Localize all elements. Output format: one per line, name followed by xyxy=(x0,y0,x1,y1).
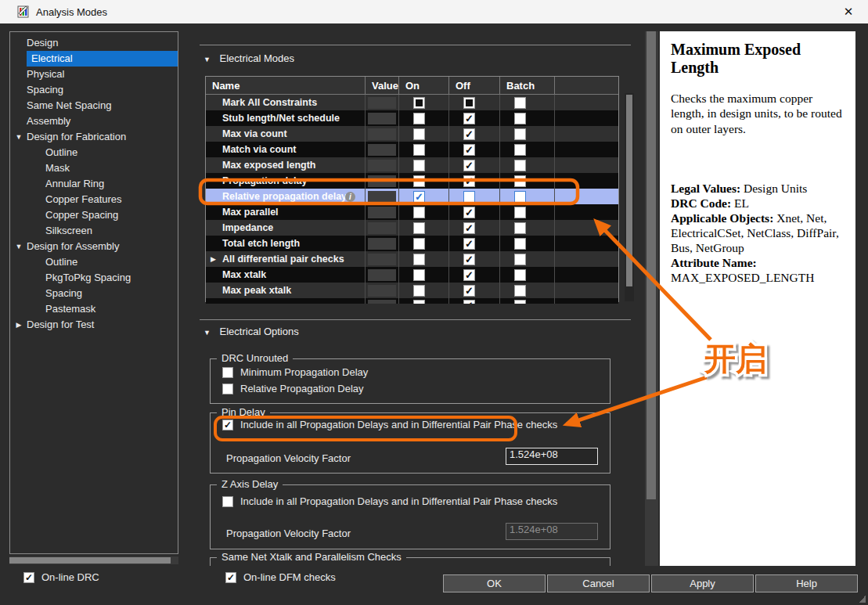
off-checkbox[interactable] xyxy=(463,207,475,218)
off-checkbox[interactable] xyxy=(463,144,475,156)
batch-checkbox[interactable] xyxy=(514,238,526,250)
apply-button[interactable]: Apply xyxy=(651,574,754,592)
checkbox[interactable] xyxy=(222,420,233,430)
on-checkbox[interactable] xyxy=(413,144,425,156)
collapse-icon[interactable]: ▼ xyxy=(203,329,211,337)
sidebar-item-assembly[interactable]: Assembly xyxy=(10,113,178,129)
on-checkbox[interactable] xyxy=(413,269,425,281)
scrollbar-thumb[interactable] xyxy=(626,95,632,286)
on-checkbox[interactable] xyxy=(413,160,425,171)
off-checkbox[interactable] xyxy=(463,175,475,187)
collapse-icon[interactable]: ▼ xyxy=(203,56,211,63)
off-checkbox[interactable] xyxy=(463,300,475,304)
on-checkbox[interactable] xyxy=(413,113,425,124)
batch-checkbox[interactable] xyxy=(514,222,526,234)
sidebar-item-annular-ring[interactable]: Annular Ring xyxy=(10,176,178,192)
sidebar-item-spacing[interactable]: Spacing xyxy=(10,82,178,98)
sidebar-item-design[interactable]: Design xyxy=(10,35,178,51)
table-row[interactable]: Stub length/Net schedule xyxy=(206,110,618,126)
batch-checkbox[interactable] xyxy=(514,97,526,109)
batch-checkbox[interactable] xyxy=(514,207,526,218)
table-row[interactable]: Max parallel xyxy=(206,204,618,220)
checkbox[interactable] xyxy=(222,496,233,507)
expand-icon[interactable]: ▼ xyxy=(13,129,24,145)
sidebar-item-pastemask[interactable]: Pastemask xyxy=(10,301,178,317)
scrollbar-thumb[interactable] xyxy=(9,557,171,564)
on-checkbox[interactable] xyxy=(413,222,425,234)
on-checkbox[interactable] xyxy=(413,97,425,109)
off-checkbox[interactable] xyxy=(463,269,475,281)
off-checkbox[interactable] xyxy=(463,160,475,171)
batch-checkbox[interactable] xyxy=(514,254,526,265)
sidebar-item-pkgtopkg-spacing[interactable]: PkgToPkg Spacing xyxy=(10,270,178,286)
table-row[interactable]: Max peak xtalk xyxy=(206,283,618,298)
table-row[interactable] xyxy=(206,298,618,304)
ok-button[interactable]: OK xyxy=(443,574,546,592)
sidebar-item-mask[interactable]: Mask xyxy=(10,160,178,176)
checkbox[interactable] xyxy=(23,572,34,583)
sidebar-item-electrical[interactable]: Electrical xyxy=(10,51,178,67)
collapse-icon[interactable]: ▶ xyxy=(13,317,24,333)
batch-checkbox[interactable] xyxy=(514,144,526,156)
off-checkbox[interactable] xyxy=(463,238,475,250)
on-checkbox[interactable] xyxy=(413,191,425,203)
sidebar-item-same-net-spacing[interactable]: Same Net Spacing xyxy=(10,98,178,113)
on-checkbox[interactable] xyxy=(413,300,425,304)
sidebar-item-copper-spacing[interactable]: Copper Spacing xyxy=(10,207,178,223)
cancel-button[interactable]: Cancel xyxy=(547,574,650,592)
batch-checkbox[interactable] xyxy=(514,175,526,187)
electrical-options-header[interactable]: ▼ Electrical Options xyxy=(203,325,299,339)
batch-checkbox[interactable] xyxy=(514,113,526,124)
on-checkbox[interactable] xyxy=(413,128,425,140)
pin-delay-velocity-input[interactable]: 1.524e+08 xyxy=(506,448,598,465)
help-button[interactable]: Help xyxy=(755,574,858,592)
info-icon[interactable]: i xyxy=(345,192,355,202)
sidebar-item-design-for-assembly[interactable]: ▼Design for Assembly xyxy=(10,239,178,254)
batch-checkbox[interactable] xyxy=(514,300,526,304)
table-row[interactable]: Impedance xyxy=(206,220,618,236)
table-row-relative-propagation-delay[interactable]: Relative propagation delay i xyxy=(206,189,618,204)
on-checkbox[interactable] xyxy=(413,238,425,250)
batch-checkbox[interactable] xyxy=(514,285,526,297)
sidebar-item-asm-outline[interactable]: Outline xyxy=(10,254,178,270)
z-axis-include-option[interactable]: Include in all Propagation Delays and in… xyxy=(222,495,557,507)
batch-checkbox[interactable] xyxy=(514,128,526,140)
on-checkbox[interactable] xyxy=(413,254,425,265)
sidebar-item-design-for-fabrication[interactable]: ▼Design for Fabrication xyxy=(10,129,178,145)
scrollbar-thumb[interactable] xyxy=(646,31,656,499)
sidebar-item-fab-outline[interactable]: Outline xyxy=(10,145,178,160)
off-checkbox[interactable] xyxy=(463,113,475,124)
off-checkbox[interactable] xyxy=(463,222,475,234)
electrical-modes-header[interactable]: ▼ Electrical Modes xyxy=(203,52,294,66)
on-checkbox[interactable] xyxy=(413,175,425,187)
batch-checkbox[interactable] xyxy=(514,160,526,171)
resize-grip[interactable] xyxy=(859,596,866,603)
checkbox[interactable] xyxy=(222,367,233,378)
off-checkbox[interactable] xyxy=(463,97,475,109)
off-checkbox[interactable] xyxy=(463,285,475,297)
online-drc-option[interactable]: On-line DRC xyxy=(23,571,99,583)
table-row[interactable]: Propagation delay xyxy=(206,173,618,189)
on-checkbox[interactable] xyxy=(413,207,425,218)
expand-icon[interactable]: ▶ xyxy=(211,255,216,263)
checkbox[interactable] xyxy=(222,384,233,394)
close-icon[interactable]: ✕ xyxy=(835,0,862,23)
sidebar-horizontal-scrollbar[interactable] xyxy=(9,556,178,564)
table-row[interactable]: Max via count xyxy=(206,126,618,142)
table-row-all-differential-pair-checks[interactable]: ▶All differential pair checks xyxy=(206,251,618,267)
table-row[interactable]: Match via count xyxy=(206,142,618,157)
off-checkbox[interactable] xyxy=(463,128,475,140)
pin-delay-include-option[interactable]: Include in all Propagation Delays and in… xyxy=(222,419,557,430)
main-vertical-scrollbar[interactable] xyxy=(645,31,658,566)
checkbox[interactable] xyxy=(225,572,236,583)
off-checkbox[interactable] xyxy=(463,191,475,203)
minimum-propagation-delay-option[interactable]: Minimum Propagation Delay xyxy=(222,366,368,378)
table-vertical-scrollbar[interactable] xyxy=(625,93,634,301)
off-checkbox[interactable] xyxy=(463,254,475,265)
table-row[interactable]: Mark All Constraints xyxy=(206,95,618,110)
sidebar-item-physical[interactable]: Physical xyxy=(10,67,178,82)
on-checkbox[interactable] xyxy=(413,285,425,297)
sidebar-item-design-for-test[interactable]: ▶Design for Test xyxy=(10,317,178,333)
sidebar-item-copper-features[interactable]: Copper Features xyxy=(10,192,178,207)
sidebar-item-silkscreen[interactable]: Silkscreen xyxy=(10,223,178,239)
